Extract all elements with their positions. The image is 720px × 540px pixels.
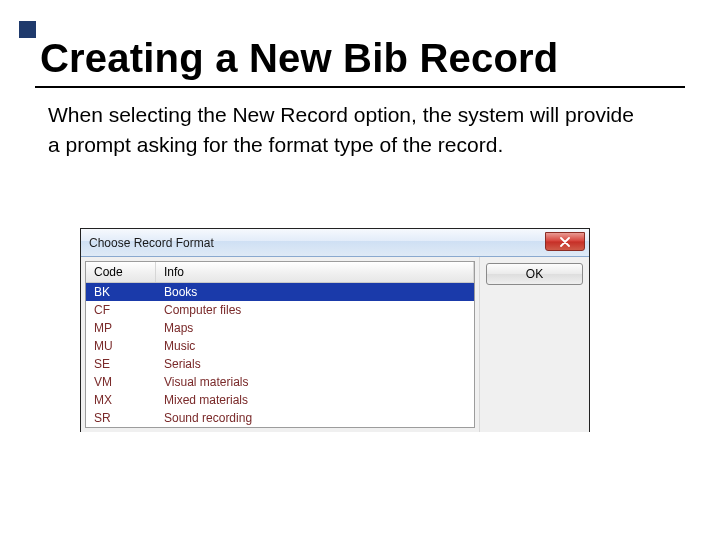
list-header-row: Code Info <box>86 262 474 283</box>
dialog-title: Choose Record Format <box>89 236 214 250</box>
slide-bullet <box>16 18 36 38</box>
format-code: BK <box>86 283 156 301</box>
dialog-body: Code Info BKBooksCFComputer filesMPMapsM… <box>81 257 589 432</box>
format-code: MU <box>86 337 156 355</box>
format-code: SR <box>86 409 156 427</box>
format-code: CF <box>86 301 156 319</box>
format-row[interactable]: BKBooks <box>86 283 474 301</box>
format-info: Computer files <box>156 301 474 319</box>
format-info: Visual materials <box>156 373 474 391</box>
dialog-titlebar: Choose Record Format <box>81 229 589 257</box>
format-code: SE <box>86 355 156 373</box>
format-info: Maps <box>156 319 474 337</box>
format-row[interactable]: MPMaps <box>86 319 474 337</box>
format-code: MX <box>86 391 156 409</box>
column-header-info[interactable]: Info <box>156 262 474 282</box>
choose-record-format-dialog: Choose Record Format Code Info BKBooksCF… <box>80 228 590 432</box>
ok-button[interactable]: OK <box>486 263 583 285</box>
format-row[interactable]: CFComputer files <box>86 301 474 319</box>
format-info: Books <box>156 283 474 301</box>
close-button[interactable] <box>545 232 585 251</box>
format-info: Mixed materials <box>156 391 474 409</box>
column-header-code[interactable]: Code <box>86 262 156 282</box>
heading-underline <box>35 86 685 88</box>
format-row[interactable]: VMVisual materials <box>86 373 474 391</box>
format-code: MP <box>86 319 156 337</box>
format-info: Serials <box>156 355 474 373</box>
slide-heading: Creating a New Bib Record <box>40 36 558 81</box>
format-info: Sound recording <box>156 409 474 427</box>
format-row[interactable]: MUMusic <box>86 337 474 355</box>
format-row[interactable]: SESerials <box>86 355 474 373</box>
format-code: VM <box>86 373 156 391</box>
dialog-side-panel: OK <box>479 257 589 432</box>
format-row[interactable]: MXMixed materials <box>86 391 474 409</box>
format-row[interactable]: SRSound recording <box>86 409 474 427</box>
format-list: Code Info BKBooksCFComputer filesMPMapsM… <box>85 261 475 428</box>
slide-paragraph: When selecting the New Record option, th… <box>48 100 648 161</box>
format-info: Music <box>156 337 474 355</box>
close-icon <box>560 237 570 247</box>
